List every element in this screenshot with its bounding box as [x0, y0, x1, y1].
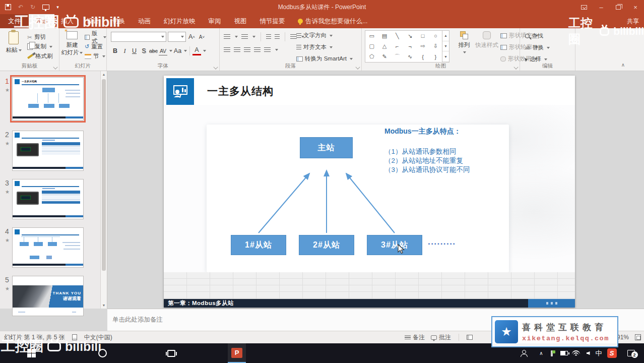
shapes-scroll-up[interactable]: ▲: [442, 31, 449, 41]
fit-slide-button[interactable]: [635, 334, 641, 340]
shape-round-rect-icon[interactable]: ▢: [365, 41, 378, 52]
bold-button[interactable]: B: [111, 46, 119, 55]
notes-toggle-button[interactable]: 备注: [405, 333, 425, 342]
strikethrough-button[interactable]: abc: [149, 46, 158, 55]
character-spacing-button[interactable]: AV: [159, 46, 167, 55]
slide-canvas[interactable]: 一主多从结构 主站: [164, 76, 575, 308]
slave3-box[interactable]: 3#从站: [367, 235, 422, 255]
shape-arrow-icon[interactable]: ↘: [404, 31, 416, 41]
tell-me-box[interactable]: 告诉我您想要做什么...: [292, 14, 374, 28]
start-button[interactable]: [22, 343, 40, 363]
comments-toggle-button[interactable]: 批注: [431, 333, 451, 342]
tab-review[interactable]: 审阅: [202, 14, 228, 28]
align-left-button[interactable]: [224, 47, 230, 52]
shape-oval-icon[interactable]: ○: [429, 31, 442, 41]
reset-button[interactable]: ↺重置: [85, 42, 106, 51]
shape-freeform-icon[interactable]: ✎: [378, 51, 391, 62]
tab-home[interactable]: 开始: [29, 14, 54, 28]
layout-button[interactable]: 版式: [85, 32, 106, 42]
increase-indent-button[interactable]: [275, 34, 280, 39]
shape-curve-icon[interactable]: ∿: [404, 51, 416, 62]
shape-right-arrow-icon[interactable]: ⇨: [416, 41, 429, 52]
replace-button[interactable]: ab替换: [525, 43, 550, 52]
shapes-gallery-scrollbar[interactable]: ▲ ▼ ▼: [442, 31, 449, 62]
find-button[interactable]: 查找: [525, 31, 550, 41]
shape-elbow-icon[interactable]: ⌐: [391, 41, 404, 52]
bullets-button[interactable]: [224, 34, 230, 39]
paste-button[interactable]: 粘贴: [2, 30, 25, 54]
shapes-gallery[interactable]: ▭ ▤ ╲ ↘ □ ○ ▢ △ ⌐ ¬ ⇨ ⇩ ⬠ ✎ ⌒ ∿ {: [365, 30, 449, 63]
zoom-level[interactable]: 91%: [617, 334, 629, 341]
shape-pentagon-icon[interactable]: ⬠: [365, 51, 378, 62]
tab-design[interactable]: 设计: [80, 14, 106, 28]
minimize-button[interactable]: –: [593, 0, 610, 14]
tab-slideshow[interactable]: 幻灯片放映: [157, 14, 202, 28]
share-button[interactable]: 共享: [627, 14, 639, 28]
maximize-button[interactable]: [610, 0, 627, 14]
master-station-box[interactable]: 主站: [300, 137, 353, 158]
spellcheck-icon[interactable]: [72, 334, 77, 340]
columns-button[interactable]: [264, 47, 271, 52]
cortana-button[interactable]: [93, 343, 111, 363]
task-view-button[interactable]: [162, 343, 180, 363]
action-center-button[interactable]: 2: [623, 343, 639, 363]
tab-transitions[interactable]: 切换: [106, 14, 132, 28]
shrink-font-button[interactable]: A˅: [198, 32, 206, 41]
slide-thumbnail-1[interactable]: 一主多从结构: [12, 77, 84, 120]
arrange-button[interactable]: 排列: [453, 30, 476, 55]
slide-title[interactable]: 一主多从结构: [207, 84, 274, 98]
shape-triangle-icon[interactable]: △: [378, 41, 391, 52]
language-indicator[interactable]: 中文(中国): [84, 333, 112, 342]
close-button[interactable]: ×: [627, 0, 644, 14]
shape-vtextbox-icon[interactable]: ▤: [378, 31, 391, 41]
justify-button[interactable]: [254, 47, 261, 52]
thumb-scroll-thumb[interactable]: [102, 79, 106, 271]
ribbon-display-options-button[interactable]: [575, 0, 593, 14]
slave2-box[interactable]: 2#从站: [299, 235, 354, 255]
quick-styles-button[interactable]: 快速样式: [474, 30, 500, 49]
shapes-more[interactable]: ▼: [442, 51, 449, 62]
thumb-scroll-up[interactable]: ▲: [101, 73, 107, 76]
section-button[interactable]: 节: [85, 51, 106, 61]
format-painter-button[interactable]: 格式刷: [27, 51, 53, 61]
grow-font-button[interactable]: A˄: [187, 32, 196, 41]
shapes-scroll-down[interactable]: ▼: [442, 41, 449, 52]
shape-line-icon[interactable]: ╲: [391, 31, 404, 41]
features-textblock[interactable]: Modbus一主多从特点： （1）从站通讯参数相同 （2）从站站地址不能重复 （…: [384, 127, 508, 174]
collapse-ribbon-button[interactable]: ∧: [621, 62, 625, 68]
change-case-button[interactable]: Aa: [173, 46, 182, 55]
new-slide-button[interactable]: 新建 幻灯片: [60, 30, 84, 56]
slide-thumbnail-2[interactable]: [12, 131, 84, 171]
taskbar-powerpoint-button[interactable]: P: [228, 343, 246, 363]
shape-brace-right-icon[interactable]: }: [429, 51, 442, 62]
tab-insert[interactable]: 插入: [54, 14, 80, 28]
shape-rect-icon[interactable]: □: [416, 31, 429, 41]
normal-view-button[interactable]: [467, 335, 473, 340]
align-text-button[interactable]: 对齐文本: [296, 42, 353, 52]
slide-thumbnail-5[interactable]: THANK YOU 谢谢观看: [12, 276, 84, 316]
tab-storyboard[interactable]: 情节提要: [253, 14, 292, 28]
italic-button[interactable]: I: [120, 46, 129, 55]
numbering-button[interactable]: [241, 34, 248, 39]
align-center-button[interactable]: [234, 47, 240, 52]
copy-button[interactable]: 复制: [27, 42, 53, 51]
underline-button[interactable]: U: [130, 46, 139, 55]
text-direction-button[interactable]: 文字方向: [296, 31, 353, 40]
tab-view[interactable]: 视图: [228, 14, 253, 28]
thumbnail-scrollbar[interactable]: ▲ ▼: [100, 71, 107, 309]
shape-down-arrow-icon[interactable]: ⇩: [429, 41, 442, 52]
shape-brace-left-icon[interactable]: {: [416, 51, 429, 62]
align-right-button[interactable]: [244, 47, 250, 52]
slide-thumbnail-4[interactable]: [12, 227, 84, 268]
font-size-select[interactable]: [168, 32, 186, 42]
shape-elbow2-icon[interactable]: ¬: [404, 41, 416, 52]
shape-arc-icon[interactable]: ⌒: [391, 51, 404, 62]
shape-textbox-icon[interactable]: ▭: [365, 31, 378, 41]
decrease-indent-button[interactable]: [266, 34, 271, 39]
tab-file[interactable]: 文件: [0, 14, 29, 28]
slide-thumbnail-3[interactable]: [12, 179, 84, 219]
font-color-button[interactable]: A: [192, 46, 201, 55]
tab-animations[interactable]: 动画: [132, 14, 157, 28]
text-shadow-button[interactable]: S: [140, 46, 148, 55]
thumb-scroll-down[interactable]: ▼: [101, 304, 107, 307]
